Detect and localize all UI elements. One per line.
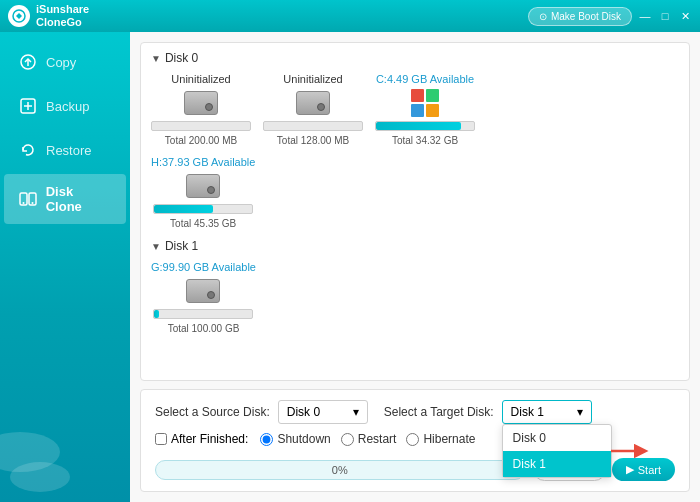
disk0-row2: H:37.93 GB Available Total 45.35 GB	[151, 156, 679, 229]
target-label: Select a Target Disk:	[384, 405, 494, 419]
disk1-chevron: ▼	[151, 241, 161, 252]
disk0-item0-total: Total 200.00 MB	[165, 135, 237, 146]
disk0-item-2: C:4.49 GB Available Tot	[375, 73, 475, 146]
boot-icon: ⊙	[539, 11, 547, 22]
title-bar-right: ⊙ Make Boot Disk — □ ✕	[528, 7, 692, 26]
disk0-header: ▼ Disk 0	[151, 51, 679, 65]
after-finished-label: After Finished:	[171, 432, 248, 446]
target-select[interactable]: Disk 1 ▾	[502, 400, 592, 424]
disk0-item0-icon	[183, 89, 219, 117]
after-finished-checkbox[interactable]	[155, 433, 167, 445]
progress-text: 0%	[332, 464, 348, 476]
close-button[interactable]: ✕	[678, 9, 692, 23]
disk1-item0-total: Total 100.00 GB	[168, 323, 240, 334]
select-row: Select a Source Disk: Disk 0 ▾ Select a …	[155, 400, 675, 424]
disk0-item0-progress	[151, 121, 251, 131]
radio-shutdown-input[interactable]	[260, 433, 273, 446]
disk0-title: Disk 0	[165, 51, 198, 65]
main-progress-bar: 0%	[155, 460, 525, 480]
disk0-item-0: Uninitialized Total 200.00 MB	[151, 73, 251, 146]
sidebar-item-copy[interactable]: Copy	[4, 42, 126, 82]
disk0-item3-progress	[153, 204, 253, 214]
minimize-button[interactable]: —	[638, 9, 652, 23]
disk0-item2-label: C:4.49 GB Available	[376, 73, 474, 85]
restore-icon	[18, 140, 38, 160]
disk0-chevron: ▼	[151, 53, 161, 64]
disk0-item3-label: H:37.93 GB Available	[151, 156, 255, 168]
disk0-item1-total: Total 128.00 MB	[277, 135, 349, 146]
disk0-item0-label: Uninitialized	[171, 73, 230, 85]
disk1-title: Disk 1	[165, 239, 198, 253]
disk1-items-row: G:99.90 GB Available Total 100.00 GB	[151, 261, 679, 334]
disk0-item2-total: Total 34.32 GB	[392, 135, 458, 146]
disk0-item3-icon	[185, 172, 221, 200]
source-label: Select a Source Disk:	[155, 405, 270, 419]
radio-shutdown-label: Shutdown	[277, 432, 330, 446]
disk0-item2-icon	[407, 89, 443, 117]
radio-hibernate: Hibernate	[406, 432, 475, 446]
source-value: Disk 0	[287, 405, 320, 419]
title-bar-left: iSunshare CloneGo	[8, 3, 89, 29]
app-window: iSunshare CloneGo ⊙ Make Boot Disk — □ ✕	[0, 0, 700, 502]
make-boot-disk-button[interactable]: ⊙ Make Boot Disk	[528, 7, 632, 26]
copy-label: Copy	[46, 55, 76, 70]
svg-point-9	[31, 202, 33, 204]
arrow-indicator	[606, 436, 646, 466]
radio-restart: Restart	[341, 432, 397, 446]
target-chevron-icon: ▾	[577, 405, 583, 419]
dropdown-item-disk1[interactable]: Disk 1	[503, 451, 611, 477]
backup-icon	[18, 96, 38, 116]
disk0-item-1: Uninitialized Total 128.00 MB	[263, 73, 363, 146]
backup-label: Backup	[46, 99, 89, 114]
target-value: Disk 1	[511, 405, 544, 419]
disk1-item0-progress	[153, 309, 253, 319]
disk0-item3-total: Total 45.35 GB	[170, 218, 236, 229]
content-area: ▼ Disk 0 Uninitialized Total 200.00 MB	[130, 32, 700, 502]
disk0-item2-progress	[375, 121, 475, 131]
radio-restart-input[interactable]	[341, 433, 354, 446]
copy-icon	[18, 52, 38, 72]
disk0-item-3: H:37.93 GB Available Total 45.35 GB	[151, 156, 255, 229]
app-title: iSunshare CloneGo	[36, 3, 89, 29]
disk1-item0-icon	[185, 277, 221, 305]
source-select-group: Select a Source Disk: Disk 0 ▾	[155, 400, 368, 424]
disk1-item-0: G:99.90 GB Available Total 100.00 GB	[151, 261, 256, 334]
radio-hibernate-label: Hibernate	[423, 432, 475, 446]
disk0-items-row: Uninitialized Total 200.00 MB Uninitiali…	[151, 73, 679, 146]
sidebar-item-restore[interactable]: Restore	[4, 130, 126, 170]
sidebar-clouds	[0, 226, 130, 502]
disk-clone-label: Disk Clone	[46, 184, 112, 214]
radio-group: Shutdown Restart Hibernate	[260, 432, 475, 446]
svg-point-8	[22, 202, 24, 204]
disk1-item0-label: G:99.90 GB Available	[151, 261, 256, 273]
disk-panel: ▼ Disk 0 Uninitialized Total 200.00 MB	[140, 42, 690, 381]
disk-clone-icon	[18, 189, 38, 209]
disk1-header: ▼ Disk 1	[151, 239, 679, 253]
main-layout: Copy Backup	[0, 32, 700, 502]
disk0-item1-icon	[295, 89, 331, 117]
maximize-button[interactable]: □	[658, 9, 672, 23]
target-dropdown-menu: Disk 0 Disk 1	[502, 424, 612, 478]
sidebar: Copy Backup	[0, 32, 130, 502]
sidebar-item-disk-clone[interactable]: Disk Clone	[4, 174, 126, 224]
sidebar-item-backup[interactable]: Backup	[4, 86, 126, 126]
disk0-item1-progress	[263, 121, 363, 131]
radio-hibernate-input[interactable]	[406, 433, 419, 446]
title-bar: iSunshare CloneGo ⊙ Make Boot Disk — □ ✕	[0, 0, 700, 32]
restore-label: Restore	[46, 143, 92, 158]
source-chevron-icon: ▾	[353, 405, 359, 419]
after-finished-checkbox-group: After Finished:	[155, 432, 248, 446]
radio-restart-label: Restart	[358, 432, 397, 446]
radio-shutdown: Shutdown	[260, 432, 330, 446]
dropdown-item-disk0[interactable]: Disk 0	[503, 425, 611, 451]
target-select-group: Select a Target Disk: Disk 1 ▾ Disk 0	[384, 400, 592, 424]
disk0-item1-label: Uninitialized	[283, 73, 342, 85]
target-dropdown-container: Disk 1 ▾ Disk 0 Disk 1	[502, 400, 592, 424]
app-logo	[8, 5, 30, 27]
source-select[interactable]: Disk 0 ▾	[278, 400, 368, 424]
bottom-controls: Select a Source Disk: Disk 0 ▾ Select a …	[140, 389, 690, 492]
